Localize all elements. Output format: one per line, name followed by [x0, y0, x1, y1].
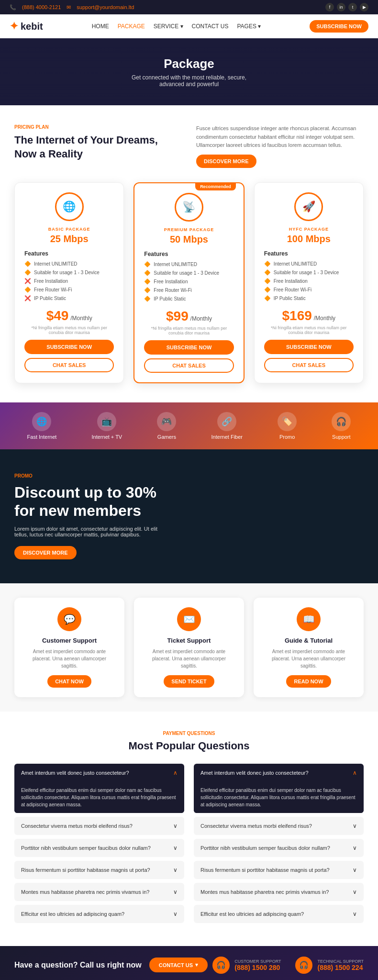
cat-internet-fiber[interactable]: 🔗 Internet Fiber [211, 412, 243, 440]
nav-pages[interactable]: PAGES ▾ [237, 23, 261, 30]
faq-section: PAYMENT QUESTIONS Most Popular Questions… [0, 712, 378, 946]
premium-price-note: *Ni fringilla etiam metus mus nullam per… [144, 326, 233, 335]
faq-question[interactable]: Montes mus habitasse pharetra nec primis… [14, 883, 184, 901]
hyfc-feature-4: 🔶Free Router Wi-Fi [264, 287, 354, 293]
premium-features-title: Features [144, 251, 233, 257]
cat-internet-tv[interactable]: 📺 Internet + TV [92, 412, 122, 440]
faq-question[interactable]: Porttitor nibh vestibulum semper faucibu… [14, 839, 184, 857]
premium-subscribe-button[interactable]: SUBSCRIBE NOW [144, 340, 233, 355]
logo[interactable]: ✦ kebit [10, 20, 43, 33]
faq-question[interactable]: Porttitor nibh vestibulum semper faucibu… [194, 839, 364, 857]
support-card-ticket: ✉️ Ticket Support Amet est imperdiet com… [134, 598, 244, 697]
faq-answer: Eleifend efficitur panalibus enim dui se… [14, 782, 184, 813]
fast-internet-icon: 🌐 [32, 412, 51, 431]
basic-subscribe-button[interactable]: SUBSCRIBE NOW [24, 340, 114, 354]
hyfc-subscribe-button[interactable]: SUBSCRIBE NOW [264, 340, 354, 354]
faq-item: Porttitor nibh vestibulum semper faucibu… [194, 839, 364, 857]
faq-item: Efficitur est leo ultricies ad adipiscin… [14, 905, 184, 923]
premium-plan-type: PREMIUM PACKAGE [144, 227, 233, 232]
cat-fast-internet-label: Fast Internet [27, 434, 57, 440]
hyfc-plan-icon: 🚀 [294, 192, 323, 221]
chevron-down-icon: ∨ [353, 911, 357, 917]
chevron-down-icon: ∨ [353, 845, 357, 851]
chat-now-button[interactable]: CHAT NOW [47, 675, 91, 688]
check-icon: 🔶 [264, 287, 271, 293]
contact-us-button[interactable]: CONTACT US ▾ [149, 958, 208, 972]
nav-links: HOME PACKAGE SERVICE ▾ CONTACT US PAGES … [92, 23, 261, 30]
cat-fast-internet[interactable]: 🌐 Fast Internet [27, 412, 57, 440]
youtube-icon[interactable]: ▶ [360, 3, 368, 11]
faq-question[interactable]: Risus fermentum si porttitor habitasse m… [194, 861, 364, 879]
hyfc-chat-button[interactable]: CHAT SALES [264, 358, 354, 372]
top-bar: 📞 (888) 4000-2121 ✉ support@yourdomain.l… [0, 0, 378, 14]
cat-support[interactable]: 🎧 Support [332, 412, 351, 440]
plan-card-premium: Recommended 📡 PREMIUM PACKAGE 50 Mbps Fe… [133, 182, 244, 383]
discover-button[interactable]: DISCOVER MORE [196, 155, 256, 168]
cross-icon: ❌ [24, 278, 31, 284]
faq-title: Most Popular Questions [14, 740, 364, 752]
hyfc-price-note: *Ni fringilla etiam metus mus nullam per… [264, 325, 354, 335]
basic-chat-button[interactable]: CHAT SALES [24, 358, 114, 372]
faq-label: PAYMENT QUESTIONS [14, 731, 364, 736]
internet-tv-icon: 📺 [97, 412, 116, 431]
logo-text: kebit [21, 21, 43, 32]
faq-column-1: Amet interdum velit donec justo consecte… [14, 764, 184, 927]
premium-plan-price: $99 /Monthly [144, 309, 233, 324]
support-card-customer: 💬 Customer Support Amet est imperdiet co… [14, 598, 124, 697]
faq-question[interactable]: Consectetur viverra metus morbi eleifend… [14, 817, 184, 835]
premium-feature-1: 🔶Internet UNLIMITED [144, 261, 233, 267]
top-bar-socials: f in t ▶ [325, 3, 368, 11]
nav-package[interactable]: PACKAGE [118, 23, 145, 30]
read-now-button[interactable]: READ NOW [286, 675, 331, 688]
faq-item: Efficitur est leo ultricies ad adipiscin… [194, 905, 364, 923]
check-icon: 🔶 [144, 287, 151, 293]
faq-question[interactable]: Efficitur est leo ultricies ad adipiscin… [194, 905, 364, 923]
premium-chat-button[interactable]: CHAT SALES [144, 358, 233, 373]
guide-tutorial-title: Guide & Tutorial [263, 637, 354, 644]
promo-title: Discount up to 30%for new members [14, 483, 364, 520]
faq-item: Amet interdum velit donec justo consecte… [194, 764, 364, 813]
facebook-icon[interactable]: f [325, 3, 334, 11]
technical-support-number[interactable]: (888) 1500 224 [317, 964, 364, 971]
nav-home[interactable]: HOME [92, 23, 109, 30]
cta-bar: Have a question? Call us right now CONTA… [0, 946, 378, 980]
check-icon: 🔶 [144, 296, 151, 302]
pricing-title: The Internet of Your Dreams, Now a Reali… [14, 134, 182, 161]
phone-number[interactable]: (888) 4000-2121 [22, 4, 61, 10]
faq-question[interactable]: Montes mus habitasse pharetra nec primis… [194, 883, 364, 901]
faq-question[interactable]: Efficitur est leo ultricies ad adipiscin… [14, 905, 184, 923]
email-address[interactable]: support@yourdomain.ltd [77, 4, 134, 10]
nav-service[interactable]: SERVICE ▾ [154, 23, 183, 30]
basic-price-amount: $49 [46, 308, 69, 323]
phone-icon: 📞 [10, 4, 16, 11]
customer-support-title: Customer Support [24, 637, 115, 644]
faq-question[interactable]: Risus fermentum si porttitor habitasse m… [14, 861, 184, 879]
cat-support-label: Support [332, 434, 351, 440]
faq-item: Consectetur viverra metus morbi eleifend… [14, 817, 184, 835]
cat-promo[interactable]: 🏷️ Promo [278, 412, 297, 440]
basic-features-title: Features [24, 250, 114, 257]
chevron-down-icon: ∨ [173, 911, 178, 917]
faq-question[interactable]: Amet interdum velit donec justo consecte… [194, 764, 364, 782]
support-section: 💬 Customer Support Amet est imperdiet co… [0, 583, 378, 712]
chevron-down-icon: ∨ [353, 867, 357, 873]
send-ticket-button[interactable]: SEND TICKET [164, 675, 214, 688]
promo-discover-button[interactable]: DISCOVER MORE [14, 546, 77, 559]
chevron-up-icon: ∧ [173, 769, 178, 776]
instagram-icon[interactable]: in [337, 3, 345, 11]
faq-item: Montes mus habitasse pharetra nec primis… [194, 883, 364, 901]
customer-support-number[interactable]: (888) 1500 280 [234, 964, 281, 971]
hyfc-feature-3: 🔶Free Installation [264, 278, 354, 284]
check-icon: 🔶 [24, 269, 31, 276]
faq-item: Montes mus habitasse pharetra nec primis… [14, 883, 184, 901]
twitter-icon[interactable]: t [348, 3, 357, 11]
navbar: ✦ kebit HOME PACKAGE SERVICE ▾ CONTACT U… [0, 14, 378, 38]
nav-contact[interactable]: CONTACT US [192, 23, 229, 30]
hyfc-plan-type: HYFC PACKAGE [264, 227, 354, 232]
faq-question[interactable]: Amet interdum velit donec justo consecte… [14, 764, 184, 782]
faq-question[interactable]: Consectetur viverra metus morbi eleifend… [194, 817, 364, 835]
hyfc-feature-1: 🔶Internet UNLIMITED [264, 261, 354, 267]
pricing-header: PRICING PLAN The Internet of Your Dreams… [14, 124, 364, 168]
cat-gamers[interactable]: 🎮 Gamers [157, 412, 176, 440]
subscribe-nav-button[interactable]: SUBSCRIBE NOW [310, 20, 368, 33]
